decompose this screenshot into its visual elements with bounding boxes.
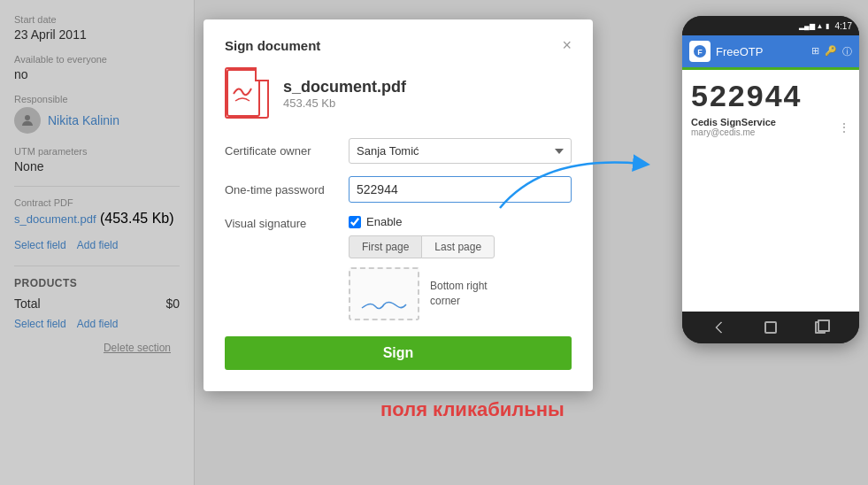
enable-label: Enable <box>366 215 402 228</box>
qr-icon[interactable]: ⊞ <box>811 45 819 58</box>
nav-back-button[interactable] <box>713 319 729 335</box>
page-buttons: First page Last page <box>349 235 572 258</box>
sig-preview-box <box>349 267 419 320</box>
visual-sig-row: Visual signature Enable First page Last … <box>225 215 572 320</box>
otp-input[interactable] <box>349 176 572 203</box>
otp-service-info: Cedis SignService mary@cedis.me <box>691 117 776 137</box>
sig-position-label: Bottom rightcorner <box>430 279 488 309</box>
cert-owner-select[interactable]: Sanja Tomić <box>349 138 572 164</box>
otp-code-display: 522944 <box>691 79 850 113</box>
phone-mockup: ▂▄▆ ▲ ▮ 4:17 F FreeOTP ⊞ 🔑 ⓘ 522944 Cedi… <box>682 16 859 343</box>
cert-owner-label: Certificate owner <box>225 144 349 158</box>
info-icon[interactable]: ⓘ <box>842 45 852 58</box>
last-page-button[interactable]: Last page <box>421 235 495 258</box>
first-page-button[interactable]: First page <box>349 235 422 258</box>
doc-info-name: s_document.pdf <box>283 78 406 96</box>
svg-marker-2 <box>259 70 266 77</box>
dialog-header: Sign document × <box>225 37 572 53</box>
status-icons: ▂▄▆ ▲ ▮ <box>799 22 829 30</box>
app-bar-icons: ⊞ 🔑 ⓘ <box>811 45 852 58</box>
svg-text:F: F <box>697 48 703 57</box>
status-time: 4:17 <box>835 21 852 31</box>
nav-recent-button[interactable] <box>812 319 828 335</box>
dialog-title: Sign document <box>225 38 320 53</box>
visual-sig-controls: Enable First page Last page Bottom right… <box>349 215 572 320</box>
sign-document-dialog: Sign document × s_document.pdf 453.45 Kb… <box>204 19 593 391</box>
service-email: mary@cedis.me <box>691 127 776 137</box>
dialog-doc-row: s_document.pdf 453.45 Kb <box>225 67 572 120</box>
sig-preview-row: Bottom rightcorner <box>349 267 572 320</box>
cert-owner-control: Sanja Tomić <box>349 138 572 164</box>
nav-home-icon <box>764 321 777 334</box>
cert-owner-row: Certificate owner Sanja Tomić <box>225 138 572 164</box>
visual-sig-label: Visual signature <box>225 215 349 230</box>
wifi-icon: ▲ <box>817 22 824 30</box>
battery-icon: ▮ <box>826 22 829 30</box>
phone-nav-bar <box>682 312 859 343</box>
dialog-close-button[interactable]: × <box>562 37 572 53</box>
signal-icon: ▂▄▆ <box>799 22 815 30</box>
otp-service-row: Cedis SignService mary@cedis.me ⋮ <box>691 117 850 137</box>
otp-row: One-time password <box>225 176 572 203</box>
nav-back-icon <box>715 321 727 334</box>
key-icon[interactable]: 🔑 <box>825 45 837 58</box>
service-name: Cedis SignService <box>691 117 776 127</box>
doc-info: s_document.pdf 453.45 Kb <box>283 78 406 110</box>
phone-app-bar: F FreeOTP ⊞ 🔑 ⓘ <box>682 35 859 67</box>
otp-menu-dots[interactable]: ⋮ <box>838 120 850 135</box>
doc-info-size: 453.45 Kb <box>283 96 406 110</box>
otp-control <box>349 176 572 203</box>
pdf-icon-inner <box>225 67 269 119</box>
enable-checkbox[interactable] <box>349 216 361 228</box>
enable-row: Enable <box>349 215 572 228</box>
pdf-icon <box>225 67 271 120</box>
phone-status-bar: ▂▄▆ ▲ ▮ 4:17 <box>682 16 859 35</box>
app-icon: F <box>689 41 711 62</box>
sign-button[interactable]: Sign <box>225 336 572 370</box>
nav-recent-icon <box>815 321 826 334</box>
app-bar-title: FreeOTP <box>716 45 806 58</box>
caption-text: поля кликабильны <box>380 398 565 421</box>
nav-home-button[interactable] <box>763 319 779 335</box>
otp-label: One-time password <box>225 183 349 196</box>
phone-content: 522944 Cedis SignService mary@cedis.me ⋮ <box>682 70 859 199</box>
